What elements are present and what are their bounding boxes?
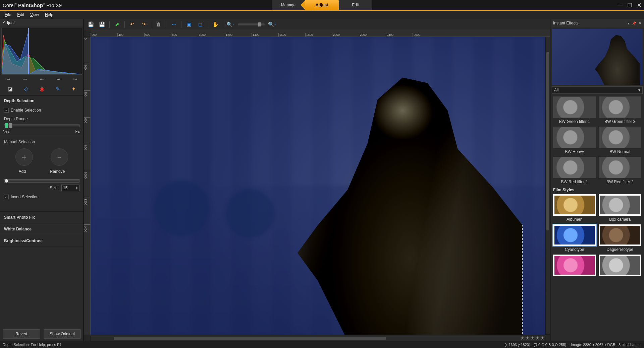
smart-photo-fix[interactable]: Smart Photo Fix	[0, 212, 84, 223]
maximize-button[interactable]: ❐	[628, 2, 632, 8]
effect-bw-heavy[interactable]: BW Heavy	[553, 127, 596, 154]
adjust-footer: Revert Show Original	[0, 327, 84, 341]
revert-button[interactable]: Revert	[3, 329, 40, 339]
image-rating[interactable]: ★ ★ ★ ★ ★	[520, 335, 545, 341]
effect-film-5[interactable]	[553, 255, 596, 277]
pan-icon[interactable]: ✋	[211, 20, 219, 28]
invert-selection-checkbox[interactable]: ✓	[4, 195, 9, 199]
effect-film-6[interactable]	[599, 255, 642, 277]
near-label: Near	[3, 129, 11, 133]
size-input[interactable]: 15 ▲▼	[61, 185, 79, 191]
canvas-horizontal-scrollbar[interactable]	[91, 336, 545, 341]
zoom-knob[interactable]	[258, 22, 261, 27]
size-spinner[interactable]: ▲▼	[76, 186, 78, 190]
menu-view[interactable]: ViewView	[30, 12, 39, 17]
star-4[interactable]: ★	[535, 335, 540, 341]
brush-slider[interactable]	[4, 179, 79, 183]
effect-cyanotype[interactable]: Cyanotype	[553, 224, 596, 252]
brightness-contrast[interactable]: Brightness/Contrast	[0, 235, 84, 247]
app-brand: Corel® PaintShop® Pro X9	[3, 2, 62, 8]
star-2[interactable]: ★	[525, 335, 530, 341]
window-controls: — ❐ ✕	[618, 2, 641, 8]
ruler-vertical[interactable]: 0 200 400 600 800 1000 1200 1400	[84, 37, 91, 335]
star-1[interactable]: ★	[520, 335, 525, 341]
undo-icon[interactable]: ↶	[128, 20, 136, 28]
depth-far-knob[interactable]	[9, 123, 12, 128]
panel-menu-icon[interactable]: ▾	[628, 21, 629, 25]
invert-selection-row[interactable]: ✓ Invert Selection	[0, 193, 84, 201]
preview-statue	[590, 33, 640, 85]
effects-category-value: All	[554, 88, 558, 92]
adjust-options-scroll[interactable]: Depth Selection ✓ Enable Selection Depth…	[0, 96, 84, 327]
status-left: Depth Selection: For Help, press F1	[3, 343, 61, 347]
v-scroll-thumb[interactable]	[546, 52, 549, 230]
effect-bw-green-2[interactable]: BW Green filter 2	[599, 96, 642, 124]
image-canvas[interactable]	[91, 37, 545, 335]
menu-file[interactable]: FFileile	[5, 12, 11, 17]
save-icon[interactable]: 💾	[87, 20, 95, 28]
rotate-icon[interactable]: ⤺	[170, 20, 178, 28]
effect-bw-red-2[interactable]: BW Red filter 2	[599, 157, 642, 184]
fit-window-icon[interactable]: ▣	[185, 20, 193, 28]
adjust-panel-title: Adjust	[0, 19, 84, 26]
star-3[interactable]: ★	[530, 335, 535, 341]
effect-box-camera[interactable]: Box camera	[599, 194, 642, 222]
zoom-out-icon[interactable]: 🔍−	[226, 20, 234, 28]
effects-grid[interactable]: BW Green filter 1 BW Green filter 2 BW H…	[550, 94, 644, 341]
add-brush-button[interactable]: ＋	[15, 148, 33, 166]
tab-edit[interactable]: Edit	[339, 0, 372, 10]
actual-size-icon[interactable]: ◻	[196, 20, 204, 28]
size-value: 15	[63, 186, 67, 190]
brand-mid: PaintShop	[18, 2, 43, 8]
effect-preview	[552, 29, 643, 85]
adjust-panel: Adjust --- --- --- --- --- ◪ ◇ ◉ ✎ ✦ Dep…	[0, 19, 84, 341]
share-icon[interactable]: ⬈	[113, 20, 121, 28]
enable-selection-label: Enable Selection	[11, 108, 41, 113]
histogram[interactable]	[1, 28, 82, 75]
remove-brush-button[interactable]: －	[51, 148, 68, 166]
enable-selection-checkbox[interactable]: ✓	[4, 108, 9, 113]
film-styles-title: Film Styles	[552, 186, 643, 193]
redo-icon[interactable]: ↷	[140, 20, 148, 28]
tab-adjust[interactable]: Adjust	[305, 0, 339, 10]
effect-albumen[interactable]: Albumen	[553, 194, 596, 222]
depth-range-slider[interactable]	[4, 124, 79, 127]
invert-selection-label: Invert Selection	[11, 195, 39, 199]
h-scroll-thumb[interactable]	[114, 337, 386, 340]
status-bar: Depth Selection: For Help, press F1 (x:1…	[0, 341, 644, 348]
zoom-slider[interactable]	[238, 23, 265, 25]
save-all-icon[interactable]: 💾	[98, 20, 106, 28]
tab-manage[interactable]: Manage	[272, 0, 305, 10]
crop-icon[interactable]: ◪	[8, 86, 13, 92]
show-original-button[interactable]: Show Original	[44, 329, 81, 339]
close-button[interactable]: ✕	[637, 2, 641, 8]
minimize-button[interactable]: —	[618, 2, 623, 8]
clone-icon[interactable]: ✎	[56, 86, 60, 92]
panel-pin-icon[interactable]: 📌	[632, 21, 636, 25]
canvas-vertical-scrollbar[interactable]	[545, 37, 550, 335]
depth-near-knob[interactable]	[5, 123, 8, 128]
effect-bw-normal[interactable]: BW Normal	[599, 127, 642, 154]
brand-suffix: Pro X9	[46, 2, 62, 8]
brush-knob[interactable]	[4, 179, 8, 183]
panel-close-icon[interactable]: ✕	[639, 21, 641, 25]
ruler-horizontal[interactable]: 200 400 600 800 1000 1200 1400 1600 1800…	[91, 30, 550, 37]
effects-category-select[interactable]: All ▾	[552, 86, 643, 94]
menu-help[interactable]: HelpHelp	[45, 12, 53, 17]
effect-bw-green-1[interactable]: BW Green filter 1	[553, 96, 596, 124]
enable-selection-row[interactable]: ✓ Enable Selection	[0, 106, 84, 115]
star-5[interactable]: ★	[540, 335, 545, 341]
adjustment-list: Smart Photo Fix White Balance Brightness…	[0, 211, 84, 247]
delete-icon[interactable]: 🗑	[155, 20, 163, 28]
white-balance[interactable]: White Balance	[0, 223, 84, 235]
redeye-icon[interactable]: ◉	[40, 86, 44, 92]
effect-daguerreotype[interactable]: Daguerreotype	[599, 224, 642, 252]
straighten-icon[interactable]: ◇	[24, 86, 28, 92]
effect-bw-red-1[interactable]: BW Red filter 1	[553, 157, 596, 184]
menu-edit[interactable]: EditEdit	[17, 12, 24, 17]
add-label: Add	[19, 169, 26, 174]
makeover-icon[interactable]: ✦	[71, 86, 76, 92]
zoom-in-icon[interactable]: 🔍+	[268, 20, 276, 28]
histogram-readouts: --- --- --- --- ---	[0, 76, 84, 82]
histo-val-3: ---	[57, 77, 60, 81]
